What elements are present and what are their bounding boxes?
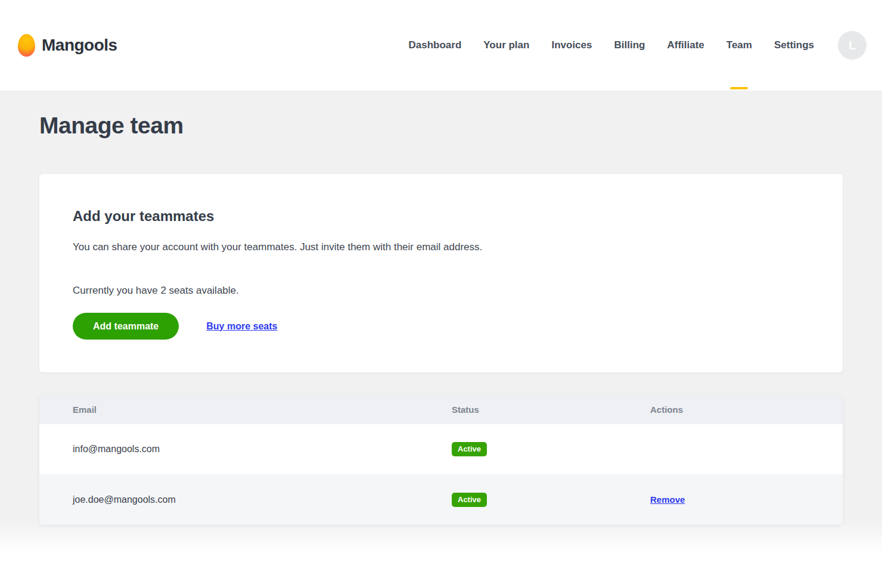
invite-teammates-card: Add your teammates You can share your ac… bbox=[39, 174, 843, 372]
member-email: info@mangools.com bbox=[73, 444, 452, 455]
column-header-email: Email bbox=[73, 405, 452, 415]
table-header-row: Email Status Actions bbox=[39, 394, 843, 424]
invite-card-description: You can share your account with your tea… bbox=[73, 241, 809, 253]
nav-item-billing[interactable]: Billing bbox=[614, 0, 645, 91]
status-badge: Active bbox=[452, 442, 487, 456]
nav-item-affiliate[interactable]: Affiliate bbox=[667, 0, 704, 91]
nav-item-invoices[interactable]: Invoices bbox=[551, 0, 592, 91]
nav-item-your-plan[interactable]: Your plan bbox=[483, 0, 529, 91]
buy-more-seats-link[interactable]: Buy more seats bbox=[206, 321, 277, 332]
column-header-actions: Actions bbox=[650, 405, 843, 415]
mangools-logo[interactable]: Mangools bbox=[18, 34, 117, 57]
team-members-table: Email Status Actions info@mangools.com A… bbox=[39, 394, 843, 525]
add-teammate-button[interactable]: Add teammate bbox=[73, 313, 179, 340]
nav-item-dashboard[interactable]: Dashboard bbox=[409, 0, 462, 91]
seats-available-text: Currently you have 2 seats available. bbox=[73, 284, 809, 297]
invite-card-heading: Add your teammates bbox=[73, 207, 809, 225]
mango-egg-icon bbox=[18, 34, 35, 57]
nav-item-team[interactable]: Team bbox=[726, 0, 752, 91]
page-title: Manage team bbox=[39, 91, 843, 139]
table-row: info@mangools.com Active bbox=[39, 424, 843, 474]
user-avatar[interactable]: L bbox=[838, 31, 867, 60]
table-row: joe.doe@mangools.com Active Remove bbox=[39, 474, 843, 525]
invite-actions-row: Add teammate Buy more seats bbox=[73, 313, 809, 340]
column-header-status: Status bbox=[452, 405, 650, 415]
main-nav: Dashboard Your plan Invoices Billing Aff… bbox=[409, 0, 815, 91]
page-body: Manage team Add your teammates You can s… bbox=[0, 91, 882, 555]
brand-name: Mangools bbox=[42, 36, 117, 55]
remove-member-link[interactable]: Remove bbox=[650, 494, 685, 505]
nav-item-settings[interactable]: Settings bbox=[774, 0, 814, 91]
top-header: Mangools Dashboard Your plan Invoices Bi… bbox=[0, 0, 882, 91]
member-email: joe.doe@mangools.com bbox=[73, 494, 452, 505]
status-badge: Active bbox=[452, 493, 487, 507]
